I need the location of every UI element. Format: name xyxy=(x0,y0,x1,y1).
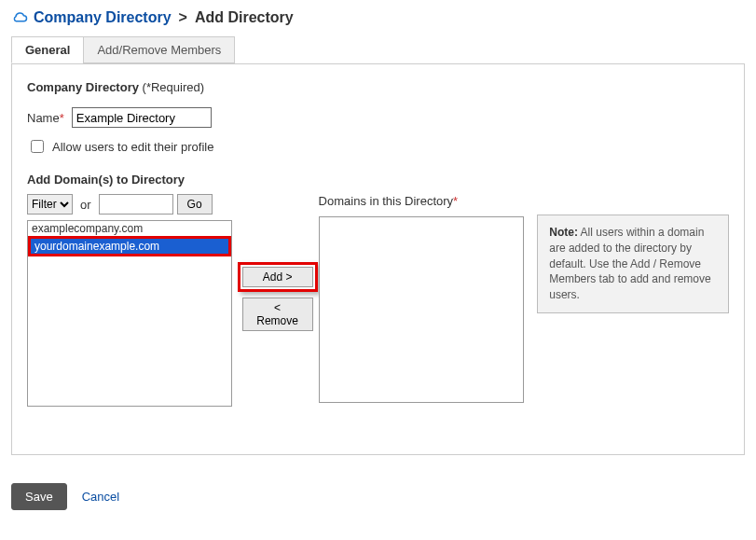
cloud-icon xyxy=(11,11,28,24)
allow-edit-checkbox[interactable] xyxy=(31,140,44,153)
remove-button[interactable]: < Remove xyxy=(242,298,313,331)
add-domains-title: Add Domain(s) to Directory xyxy=(27,173,729,187)
available-domains-listbox[interactable]: examplecompany.comyourdomainexample.com xyxy=(27,220,232,407)
selected-domains-listbox[interactable] xyxy=(319,216,524,403)
footer-actions: Save Cancel xyxy=(11,483,745,510)
breadcrumb-separator: > xyxy=(179,9,187,26)
section-required-suffix: (*Required) xyxy=(143,80,204,94)
filter-go-button[interactable]: Go xyxy=(177,194,213,215)
filter-row: Filter or Go xyxy=(27,194,237,215)
breadcrumb-root-link[interactable]: Company Directory xyxy=(34,9,172,26)
tab-bar: General Add/Remove Members xyxy=(11,36,745,64)
name-label: Name* xyxy=(27,111,64,125)
tab-members[interactable]: Add/Remove Members xyxy=(83,36,235,63)
add-button[interactable]: Add > xyxy=(242,267,313,287)
filter-input[interactable] xyxy=(99,194,173,215)
name-input[interactable] xyxy=(72,107,212,128)
breadcrumb-current: Add Directory xyxy=(195,9,294,26)
save-button[interactable]: Save xyxy=(11,483,67,510)
transfer-buttons: Add > < Remove xyxy=(237,194,319,381)
filter-or-text: or xyxy=(80,198,91,212)
list-item[interactable]: examplecompany.com xyxy=(28,221,231,236)
cancel-link[interactable]: Cancel xyxy=(82,490,119,504)
section-title-text: Company Directory xyxy=(27,80,139,94)
name-row: Name* xyxy=(27,107,729,128)
tab-general[interactable]: General xyxy=(11,36,84,63)
allow-edit-label: Allow users to edit their profile xyxy=(52,140,213,154)
note-box: Note: All users within a domain are adde… xyxy=(537,215,729,313)
list-item[interactable]: yourdomainexample.com xyxy=(28,236,231,256)
filter-select[interactable]: Filter xyxy=(27,194,73,215)
section-title: Company Directory (*Required) xyxy=(27,80,729,94)
breadcrumb: Company Directory > Add Directory xyxy=(11,9,745,26)
allow-edit-row: Allow users to edit their profile xyxy=(27,137,729,156)
note-heading: Note: xyxy=(549,226,578,239)
tab-panel-general: Company Directory (*Required) Name* Allo… xyxy=(11,63,745,455)
selected-domains-label: Domains in this Directory* xyxy=(319,194,529,211)
add-button-highlight: Add > xyxy=(238,262,318,292)
